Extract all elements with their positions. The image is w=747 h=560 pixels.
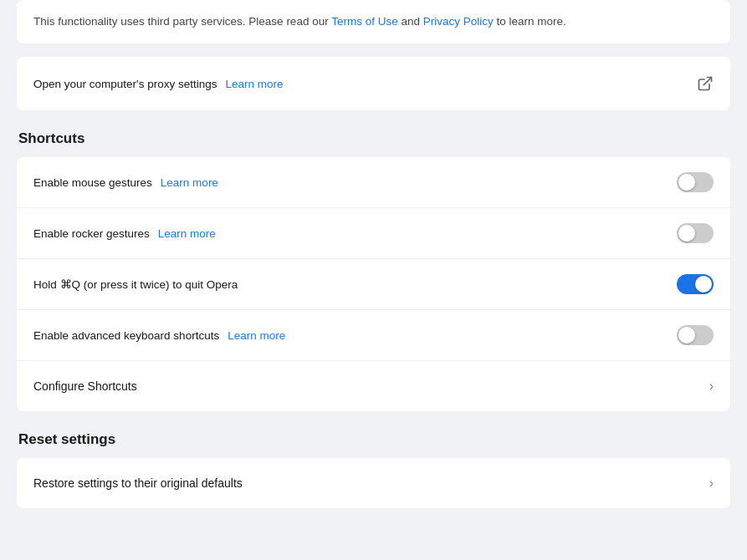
notice-text-after: to learn more.: [494, 15, 566, 28]
reset-heading: Reset settings: [17, 431, 730, 448]
privacy-policy-link[interactable]: Privacy Policy: [423, 15, 494, 28]
advanced-keyboard-toggle[interactable]: [677, 325, 714, 345]
reset-card: Restore settings to their original defau…: [17, 458, 730, 508]
proxy-card: Open your computer's proxy settings Lear…: [17, 57, 730, 110]
terms-of-use-link[interactable]: Terms of Use: [331, 15, 398, 28]
rocker-gestures-learn-more[interactable]: Learn more: [158, 227, 216, 240]
notice-text-before: This functionality uses third party serv…: [33, 15, 331, 28]
mouse-gestures-label: Enable mouse gestures Learn more: [33, 176, 218, 189]
mouse-gestures-text: Enable mouse gestures: [33, 176, 152, 189]
svg-line-0: [704, 78, 711, 85]
mouse-gestures-learn-more[interactable]: Learn more: [161, 176, 218, 189]
shortcuts-card: Enable mouse gestures Learn more Enable …: [17, 157, 730, 411]
chevron-right-icon: ›: [709, 476, 714, 491]
rocker-gestures-toggle[interactable]: [677, 223, 714, 243]
proxy-row: Open your computer's proxy settings Lear…: [33, 57, 714, 110]
rocker-gestures-label: Enable rocker gestures Learn more: [33, 227, 216, 240]
notice-card: This functionality uses third party serv…: [17, 0, 730, 43]
proxy-label: Open your computer's proxy settings: [33, 78, 217, 90]
proxy-row-left: Open your computer's proxy settings Lear…: [33, 78, 283, 90]
shortcuts-heading: Shortcuts: [17, 130, 730, 147]
external-link-icon: [697, 75, 714, 92]
notice-and-text: and: [398, 15, 423, 28]
restore-settings-label: Restore settings to their original defau…: [33, 476, 243, 490]
rocker-gestures-text: Enable rocker gestures: [33, 227, 150, 240]
chevron-right-icon: ›: [709, 379, 714, 394]
mouse-gestures-row: Enable mouse gestures Learn more: [17, 157, 730, 208]
hold-quit-text: Hold ⌘Q (or press it twice) to quit Oper…: [33, 277, 238, 291]
configure-shortcuts-label: Configure Shortcuts: [33, 379, 137, 393]
hold-quit-row: Hold ⌘Q (or press it twice) to quit Oper…: [17, 259, 730, 310]
hold-quit-label: Hold ⌘Q (or press it twice) to quit Oper…: [33, 277, 238, 291]
advanced-keyboard-label: Enable advanced keyboard shortcuts Learn…: [33, 329, 285, 342]
rocker-gestures-row: Enable rocker gestures Learn more: [17, 208, 730, 259]
proxy-learn-more-link[interactable]: Learn more: [225, 78, 283, 90]
mouse-gestures-toggle[interactable]: [677, 172, 714, 192]
restore-settings-row[interactable]: Restore settings to their original defau…: [17, 458, 730, 508]
advanced-keyboard-row: Enable advanced keyboard shortcuts Learn…: [17, 310, 730, 361]
hold-quit-toggle[interactable]: [677, 274, 714, 294]
advanced-keyboard-text: Enable advanced keyboard shortcuts: [33, 329, 219, 342]
toggle-thumb: [695, 276, 712, 293]
advanced-keyboard-learn-more[interactable]: Learn more: [228, 329, 285, 342]
configure-shortcuts-row[interactable]: Configure Shortcuts ›: [17, 361, 730, 411]
